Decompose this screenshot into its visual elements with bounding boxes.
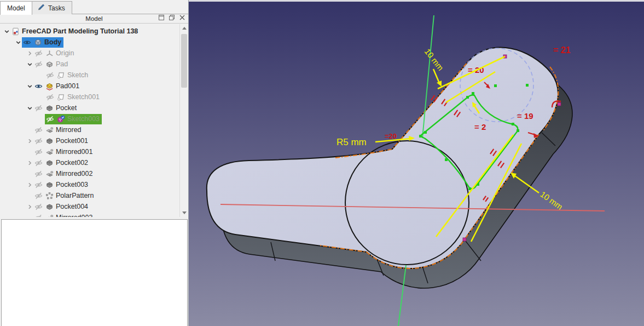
visibility-off-icon[interactable] xyxy=(34,191,43,200)
expander-expanded-icon[interactable] xyxy=(26,104,33,112)
tree-item-origin[interactable]: Origin xyxy=(0,48,180,59)
tab-tasks[interactable]: Tasks xyxy=(30,1,72,14)
document-icon xyxy=(11,27,20,36)
sketch-icon xyxy=(56,93,66,101)
ref-2-label: = 2 xyxy=(474,122,486,131)
tree-item-label: Pad xyxy=(56,60,68,68)
close-icon[interactable] xyxy=(179,15,185,20)
tab-model[interactable]: Model xyxy=(0,1,32,15)
tree-item-pocket001[interactable]: Pocket001 xyxy=(0,135,180,146)
pocket-icon xyxy=(45,158,54,167)
tree-item-sketch001[interactable]: Sketch001 xyxy=(0,91,180,102)
ref-19-label: = 19 xyxy=(517,111,533,121)
tree-item-pocket002[interactable]: Pocket002 xyxy=(0,157,180,168)
mirrored-icon xyxy=(45,125,54,134)
tree-item-sketch[interactable]: Sketch xyxy=(0,70,180,81)
expander-collapsed-icon[interactable] xyxy=(26,137,33,145)
tree-item-label: FreeCAD Part Modeling Tutorial 138 xyxy=(22,27,138,35)
tree-item-label: Mirrored xyxy=(56,126,82,134)
expander-spacer xyxy=(37,115,45,123)
visibility-off-icon[interactable] xyxy=(34,158,43,167)
visibility-off-icon[interactable] xyxy=(34,213,43,217)
freecad-window: Model Tasks Model FreeCAD Part Modeling … xyxy=(0,0,644,326)
float-icon[interactable] xyxy=(169,15,175,20)
visibility-off-icon[interactable] xyxy=(45,71,55,79)
tree-item-label: Pocket002 xyxy=(56,159,88,167)
visibility-off-icon[interactable] xyxy=(34,169,43,178)
tree-item-label: Pocket003 xyxy=(56,181,88,188)
expander-spacer xyxy=(26,214,33,217)
tree-item-label: Sketch xyxy=(67,71,88,79)
expander-spacer xyxy=(26,192,33,199)
expander-collapsed-icon[interactable] xyxy=(26,181,33,188)
body-icon xyxy=(33,38,43,47)
tree-item-label: Mirrored002 xyxy=(56,170,92,178)
tree-scrollbar[interactable] xyxy=(179,24,188,217)
tree-item-mirrored001[interactable]: Mirrored001 xyxy=(0,146,180,157)
tree-item-label: Sketch003 xyxy=(67,115,100,123)
tree-item-label: Pad001 xyxy=(56,82,79,90)
tree-item-pocket003[interactable]: Pocket003 xyxy=(0,179,180,190)
tree-item-label: Pocket004 xyxy=(56,203,88,210)
tree-item-pocket004[interactable]: Pocket004 xyxy=(0,201,180,212)
pen-icon xyxy=(37,3,45,13)
expander-expanded-icon[interactable] xyxy=(26,82,33,90)
expander-expanded-icon[interactable] xyxy=(26,60,33,68)
visibility-off-icon[interactable] xyxy=(34,60,43,68)
property-panel xyxy=(1,219,188,326)
model-tree: FreeCAD Part Modeling Tutorial 138BodyOr… xyxy=(0,24,180,217)
visibility-off-icon[interactable] xyxy=(34,104,43,112)
visibility-off-icon[interactable] xyxy=(34,180,43,189)
expander-collapsed-icon[interactable] xyxy=(26,203,33,210)
expander-expanded-icon[interactable] xyxy=(14,38,22,46)
visibility-off-icon[interactable] xyxy=(34,147,43,156)
visibility-on-icon[interactable] xyxy=(22,38,32,47)
expander-spacer xyxy=(26,126,33,134)
tree-item-mirrored003[interactable]: Mirrored003 xyxy=(0,212,180,217)
visibility-off-icon[interactable] xyxy=(45,93,55,101)
scroll-up-icon[interactable] xyxy=(180,24,188,32)
ref-21-label: = 21 xyxy=(553,45,571,55)
visibility-off-icon[interactable] xyxy=(34,49,43,58)
tree-item-label: Pocket xyxy=(56,104,77,112)
visibility-off-icon[interactable] xyxy=(34,202,43,211)
visibility-off-icon[interactable] xyxy=(34,125,43,134)
visibility-on-icon[interactable] xyxy=(34,82,43,90)
dim-r5-label[interactable]: R5 mm xyxy=(336,137,367,147)
expander-collapsed-icon[interactable] xyxy=(26,159,33,167)
pad-colored-icon xyxy=(45,82,54,90)
expander-collapsed-icon[interactable] xyxy=(26,49,33,57)
tree-item-label: Body xyxy=(44,38,61,46)
combo-view-panel: Model Tasks Model FreeCAD Part Modeling … xyxy=(0,0,189,326)
expander-spacer xyxy=(37,71,45,79)
tree-item-pad001[interactable]: Pad001 xyxy=(0,81,180,91)
polar-pattern-icon xyxy=(45,191,54,200)
tree-item-body[interactable]: Body xyxy=(0,37,180,48)
expander-expanded-icon[interactable] xyxy=(3,27,10,35)
tree-item-label: Origin xyxy=(56,49,74,57)
3d-viewport[interactable]: = 21 = 20 = 19 = 2 =20 10 xyxy=(189,0,644,326)
tree-item-freecad-part-modeling-tutorial-138[interactable]: FreeCAD Part Modeling Tutorial 138 xyxy=(0,26,180,37)
expander-spacer xyxy=(26,170,33,178)
tree-item-pocket[interactable]: Pocket xyxy=(0,102,180,113)
tree-item-sketch003[interactable]: Sketch003 xyxy=(0,113,180,124)
expander-spacer xyxy=(26,148,33,156)
tree-item-polarpattern[interactable]: PolarPattern xyxy=(0,190,180,201)
pocket-icon xyxy=(45,202,54,211)
tree-item-mirrored[interactable]: Mirrored xyxy=(0,124,180,135)
pocket-icon xyxy=(45,104,54,112)
tree-item-label: Pocket001 xyxy=(56,137,88,145)
sketch-icon xyxy=(56,71,66,79)
tree-item-mirrored002[interactable]: Mirrored002 xyxy=(0,168,180,179)
scrollbar-thumb[interactable] xyxy=(181,34,187,88)
visibility-off-icon[interactable] xyxy=(45,115,55,123)
pocket-icon xyxy=(45,136,54,145)
dock-icon[interactable] xyxy=(159,15,164,20)
tree-item-pad[interactable]: Pad xyxy=(0,59,180,70)
scroll-down-icon[interactable] xyxy=(180,209,188,217)
ref-20b-label: =20 xyxy=(385,132,397,140)
visibility-off-icon[interactable] xyxy=(34,136,43,145)
expander-spacer xyxy=(37,93,45,101)
tab-tasks-label: Tasks xyxy=(48,4,65,12)
tree-item-label: PolarPattern xyxy=(56,192,94,199)
